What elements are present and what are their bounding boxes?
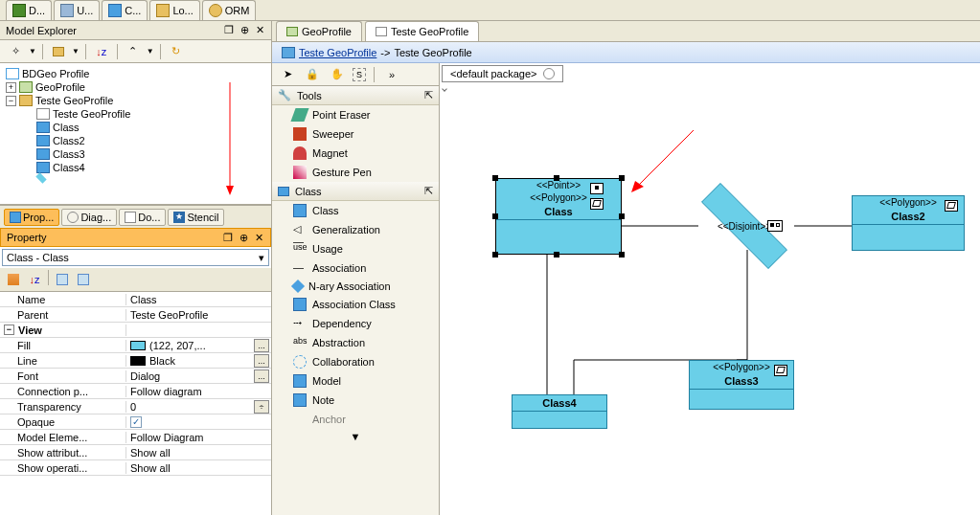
palette-item[interactable]: ⤏Dependency — [272, 314, 439, 333]
dependency-icon: ⤏ — [293, 317, 307, 330]
show-icon[interactable] — [53, 270, 72, 289]
diagram-icon — [282, 47, 295, 58]
file-tabs: D... U... C... Lo... ORM — [0, 0, 980, 21]
sort-icon[interactable]: ↓z — [92, 42, 111, 61]
model-tree[interactable]: BDGeo Profile +GeoProfile −Teste GeoProf… — [0, 63, 271, 205]
palette-item[interactable]: Point Eraser — [272, 105, 439, 124]
uml-class[interactable]: <<Point>> <<Polygon>> Class — [495, 178, 622, 255]
uml-class[interactable]: Class4 — [512, 394, 607, 429]
eraser-icon — [290, 108, 308, 122]
model-icon — [293, 374, 307, 388]
file-tab[interactable]: Lo... — [149, 0, 199, 20]
pin-icon[interactable]: ⊕ — [239, 25, 250, 36]
tools-section[interactable]: 🔧Tools⇱ — [272, 86, 439, 105]
breadcrumb-root[interactable]: Teste GeoProfile — [299, 47, 376, 58]
palette-item[interactable]: useUsage — [272, 239, 439, 258]
breadcrumb-arrow-icon — [442, 86, 447, 92]
editor-tab[interactable]: Teste GeoProfile — [365, 21, 479, 41]
palette-item[interactable]: —Association — [272, 258, 439, 278]
package-tab[interactable]: <default package> — [442, 65, 563, 82]
point-geo-icon — [590, 183, 604, 194]
sort-icon[interactable]: ↓z — [25, 270, 44, 289]
edit-button[interactable]: ... — [254, 369, 269, 383]
properties-tab[interactable]: Prop... — [4, 209, 59, 226]
palette-item[interactable]: Gesture Pen — [272, 163, 439, 182]
categorize-icon[interactable] — [4, 270, 23, 289]
generalization-icon: ◁— — [293, 223, 307, 236]
diagrams-tab[interactable]: Diag... — [61, 209, 117, 226]
more-icon[interactable]: » — [382, 65, 401, 84]
pin-icon[interactable]: ⊕ — [238, 232, 249, 243]
palette-item[interactable]: ◁—Generalization — [272, 220, 439, 239]
expander-icon[interactable]: − — [6, 96, 16, 106]
stencil-tab[interactable]: ★Stencil — [168, 209, 224, 226]
lock-icon[interactable]: 🔒 — [303, 65, 322, 84]
class-icon — [293, 204, 307, 217]
file-tab[interactable]: D... — [6, 0, 52, 20]
palette-item[interactable]: Collaboration — [272, 352, 439, 371]
note-icon — [293, 393, 307, 407]
file-tab[interactable]: U... — [54, 0, 100, 20]
wrench-icon: 🔧 — [278, 89, 291, 101]
uml-nary[interactable]: <<Disjoint>> — [692, 199, 797, 253]
restore-icon[interactable]: ❐ — [222, 232, 234, 243]
edit-button[interactable]: ... — [254, 354, 269, 368]
palette-item[interactable]: Anchor — [272, 410, 439, 429]
expander-icon[interactable]: + — [6, 82, 16, 93]
pointer-icon[interactable]: ➤ — [278, 65, 297, 84]
edit-button[interactable]: ... — [254, 339, 269, 352]
svg-marker-1 — [226, 186, 234, 195]
close-icon[interactable]: ✕ — [254, 25, 265, 36]
restore-icon[interactable]: ❐ — [223, 25, 235, 36]
palette-item[interactable]: absAbstraction — [272, 333, 439, 352]
chevron-down-icon: ▾ — [259, 252, 264, 264]
svg-line-9 — [636, 130, 694, 188]
new-icon[interactable]: ✧ — [6, 42, 25, 61]
package-icon[interactable] — [49, 42, 68, 61]
documentation-tab[interactable]: Do... — [119, 209, 166, 226]
polygon-geo-icon — [774, 365, 787, 376]
collapse-icon: ⇱ — [424, 89, 433, 101]
model-explorer-header: Model Explorer ❐ ⊕ ✕ — [0, 21, 271, 40]
disjoint-geo-icon — [767, 220, 783, 232]
annotation-arrow-icon — [627, 125, 703, 202]
palette-item[interactable]: N-ary Association — [272, 278, 439, 295]
uml-class[interactable]: <<Polygon>> Class2 — [852, 195, 965, 251]
diagram-canvas[interactable]: <default package> <<Point>> <<Polygon>> … — [440, 63, 980, 515]
search-icon[interactable] — [543, 68, 555, 79]
class-section[interactable]: Class⇱ — [272, 182, 439, 201]
pen-icon — [293, 166, 307, 179]
svg-marker-10 — [631, 181, 644, 192]
explorer-bottom-tabs: Prop... Diag... Do... ★Stencil — [0, 205, 271, 228]
close-icon[interactable]: ✕ — [253, 232, 264, 243]
palette-item[interactable]: Model — [272, 371, 439, 391]
polygon-geo-icon — [590, 198, 604, 210]
palette-item[interactable]: Association Class — [272, 295, 439, 314]
palette-item[interactable]: Magnet — [272, 144, 439, 163]
select-icon[interactable]: S — [353, 68, 366, 81]
palette-item[interactable]: Sweeper — [272, 124, 439, 144]
file-tab[interactable]: ORM — [202, 0, 257, 20]
palette-item[interactable]: Note — [272, 391, 439, 410]
palette-item[interactable]: Class — [272, 201, 439, 220]
collaboration-icon — [293, 355, 307, 369]
property-header: Property ❐ ⊕ ✕ — [0, 228, 271, 247]
spinner-button[interactable]: ÷ — [254, 400, 269, 414]
collapse-icon: ⇱ — [424, 185, 433, 197]
breadcrumb: Teste GeoProfile -> Teste GeoProfile — [272, 42, 980, 63]
class-icon — [278, 187, 289, 196]
file-tab[interactable]: C... — [102, 0, 148, 20]
editor-tab[interactable]: GeoProfile — [276, 21, 362, 41]
pan-icon[interactable]: ✋ — [328, 65, 347, 84]
association-icon: — — [293, 261, 307, 275]
show-all-icon[interactable] — [74, 270, 93, 289]
uml-class[interactable]: <<Polygon>> Class3 — [689, 360, 794, 410]
annotation-arrow-icon — [216, 82, 244, 197]
checkbox[interactable]: ✓ — [130, 416, 142, 428]
refresh-icon[interactable]: ↻ — [167, 42, 186, 61]
expander-icon[interactable]: − — [4, 325, 14, 335]
property-grid[interactable]: NameClass ParentTeste GeoProfile −View F… — [0, 292, 271, 515]
element-selector[interactable]: Class - Class▾ — [2, 249, 269, 266]
collapse-icon[interactable]: ⌃ — [124, 42, 143, 61]
scroll-down-icon[interactable]: ▼ — [351, 431, 361, 442]
